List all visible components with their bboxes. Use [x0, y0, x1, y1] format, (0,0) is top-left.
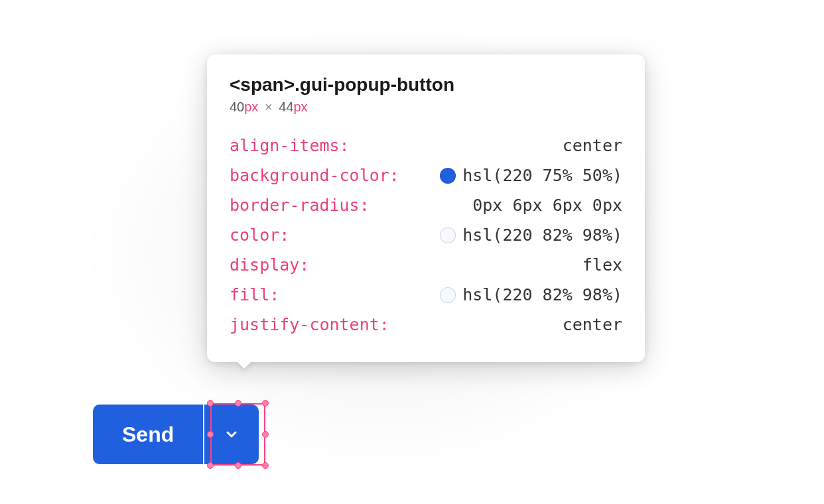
width-unit: px: [244, 99, 258, 114]
css-property-row: border-radius:0px 6px 6px 0px: [230, 190, 622, 220]
dimension-height: 44: [279, 99, 293, 114]
element-dimensions: 40px × 44px: [230, 99, 622, 115]
height-unit: px: [293, 99, 307, 114]
css-value-text: hsl(220 82% 98%): [462, 286, 622, 303]
css-property-name: display:: [230, 257, 309, 273]
css-value-text: hsl(220 75% 50%): [462, 167, 622, 184]
css-property-value: hsl(220 82% 98%): [440, 286, 622, 303]
css-property-value: center: [563, 137, 622, 154]
split-button-group: Send: [93, 405, 259, 464]
css-property-name: border-radius:: [230, 197, 370, 214]
element-selector: <span>.gui-popup-button: [230, 74, 622, 95]
chevron-down-icon: [224, 426, 240, 442]
css-property-name: background-color:: [230, 167, 399, 184]
css-property-value: hsl(220 75% 50%): [440, 167, 622, 184]
css-property-value: center: [563, 316, 622, 333]
tooltip-arrow: [236, 361, 252, 369]
css-property-name: fill:: [230, 286, 279, 303]
color-swatch-icon: [440, 168, 456, 184]
css-property-name: align-items:: [230, 137, 350, 154]
css-value-text: hsl(220 82% 98%): [462, 227, 622, 243]
tooltip-header: <span>.gui-popup-button 40px × 44px: [230, 74, 622, 115]
css-property-row: color:hsl(220 82% 98%): [230, 220, 622, 250]
css-property-name: justify-content:: [230, 316, 389, 333]
color-swatch-icon: [440, 227, 456, 243]
css-property-value: flex: [583, 257, 622, 273]
dimension-width: 40: [230, 99, 244, 114]
css-property-value: hsl(220 82% 98%): [440, 227, 622, 243]
css-property-row: justify-content:center: [230, 310, 622, 340]
css-property-row: fill:hsl(220 82% 98%): [230, 280, 622, 310]
send-button-label: Send: [122, 422, 174, 447]
css-value-text: center: [563, 137, 622, 154]
color-swatch-icon: [440, 287, 456, 303]
css-property-name: color:: [230, 227, 289, 243]
popup-dropdown-button[interactable]: [204, 405, 259, 464]
css-value-text: flex: [583, 257, 622, 273]
send-button[interactable]: Send: [93, 405, 203, 464]
selection-handle[interactable]: [262, 462, 269, 469]
css-property-row: align-items:center: [230, 131, 622, 160]
css-value-text: center: [563, 316, 622, 333]
css-property-value: 0px 6px 6px 0px: [472, 197, 622, 214]
dimension-separator: ×: [265, 99, 273, 114]
css-property-row: background-color:hsl(220 75% 50%): [230, 160, 622, 190]
css-inspector-tooltip: <span>.gui-popup-button 40px × 44px alig…: [207, 54, 645, 362]
css-properties-list: align-items:centerbackground-color:hsl(2…: [230, 131, 622, 340]
css-property-row: display:flex: [230, 250, 622, 280]
css-value-text: 0px 6px 6px 0px: [472, 197, 622, 214]
